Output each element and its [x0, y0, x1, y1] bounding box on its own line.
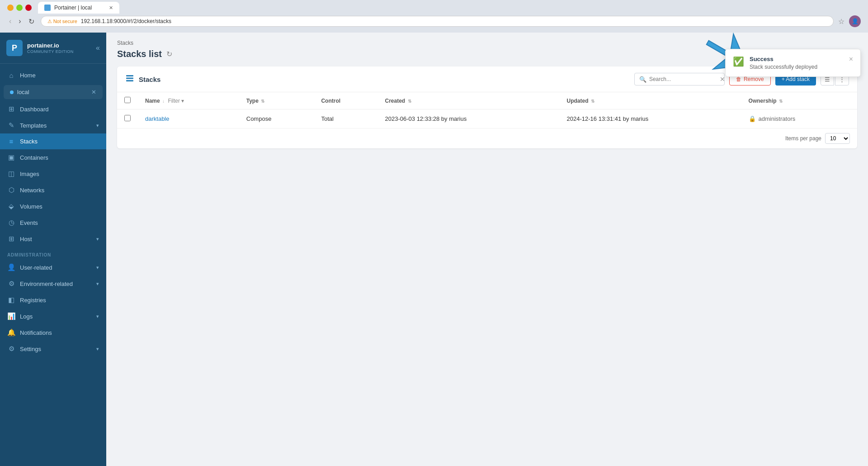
- sidebar-item-volumes[interactable]: ⬙ Volumes: [0, 198, 106, 214]
- main-content: Stacks Stacks list ↻ Stacks: [106, 33, 868, 466]
- toast-close-btn[interactable]: ×: [849, 56, 853, 63]
- toast-title: Success: [750, 56, 844, 62]
- toast-notification: ✅ Success Stack successfully deployed ×: [725, 49, 861, 77]
- row-updated-cell: 2024-12-16 13:31:41 by marius: [560, 109, 741, 128]
- sidebar-item-label: Volumes: [20, 203, 99, 210]
- select-all-cell[interactable]: [117, 92, 138, 109]
- sidebar-item-label: Images: [20, 171, 99, 177]
- sidebar-item-label: Networks: [20, 187, 99, 194]
- pagination-area: Items per page 10 25 50 100: [117, 128, 857, 148]
- row-ownership-cell: 🔒 administrators: [741, 109, 857, 128]
- back-btn[interactable]: ‹: [7, 16, 13, 26]
- dashboard-icon: ⊞: [7, 105, 15, 113]
- sidebar-item-environment-related[interactable]: ⚙ Environment-related ▾: [0, 276, 106, 292]
- filter-name-btn[interactable]: Filter ▾: [168, 98, 184, 104]
- sidebar: P portainer.io COMMUNITY EDITION « ⌂ Hom…: [0, 33, 106, 466]
- row-created-cell: 2023-06-03 12:33:28 by marius: [378, 109, 560, 128]
- stacks-table-container: Name ↓ Filter ▾ Type ⇅ Control: [117, 92, 857, 148]
- sidebar-item-events[interactable]: ◷ Events: [0, 214, 106, 231]
- sidebar-item-label: Environment-related: [20, 281, 92, 287]
- stacks-panel: Stacks 🔍 ✕ 🗑 Remove + Add stack: [117, 67, 857, 148]
- chevron-down-icon: ▾: [96, 236, 99, 242]
- bookmark-btn[interactable]: ☆: [838, 17, 844, 26]
- toast-message: Stack successfully deployed: [750, 64, 844, 70]
- logo-text-area: portainer.io COMMUNITY EDITION: [27, 42, 74, 54]
- logo-text: portainer.io: [27, 42, 74, 49]
- env-name-label: local: [17, 89, 29, 95]
- volumes-icon: ⬙: [7, 202, 15, 210]
- sort-updated-icon[interactable]: ⇅: [591, 99, 594, 104]
- containers-icon: ▣: [7, 153, 15, 162]
- profile-avatar[interactable]: 👤: [849, 15, 861, 27]
- app-layout: P portainer.io COMMUNITY EDITION « ⌂ Hom…: [0, 33, 868, 466]
- sidebar-header: P portainer.io COMMUNITY EDITION «: [0, 33, 106, 64]
- chevron-down-icon: ▾: [96, 346, 99, 352]
- sidebar-item-registries[interactable]: ◧ Registries: [0, 292, 106, 308]
- col-type: Type ⇅: [239, 92, 314, 109]
- images-icon: ◫: [7, 170, 15, 178]
- env-status-dot: [10, 90, 14, 94]
- sidebar-item-label: Containers: [20, 154, 99, 161]
- sidebar-item-networks[interactable]: ⬡ Networks: [0, 182, 106, 198]
- row-type-cell: Compose: [239, 109, 314, 128]
- sidebar-item-label: Events: [20, 219, 99, 226]
- row-control-cell: Total: [314, 109, 377, 128]
- notifications-icon: 🔔: [7, 328, 15, 337]
- col-updated: Updated ⇅: [560, 92, 741, 109]
- settings-icon: ⚙: [7, 345, 15, 353]
- browser-chrome: Portainer | local ✕ ‹ › ↻ ⚠ Not secure 1…: [0, 0, 868, 33]
- tab-close-btn[interactable]: ✕: [109, 5, 113, 11]
- table-header: Name ↓ Filter ▾ Type ⇅ Control: [117, 92, 857, 109]
- sidebar-item-containers[interactable]: ▣ Containers: [0, 149, 106, 166]
- stacks-panel-icon: [125, 74, 134, 85]
- nav-buttons: ‹ › ↻: [7, 16, 36, 27]
- reload-btn[interactable]: ↻: [27, 16, 36, 27]
- env-close-btn[interactable]: ✕: [91, 89, 96, 95]
- toast-content: Success Stack successfully deployed: [750, 56, 844, 70]
- refresh-btn[interactable]: ↻: [166, 50, 172, 58]
- minimize-btn[interactable]: [7, 5, 14, 11]
- sidebar-item-logs[interactable]: 📊 Logs ▾: [0, 308, 106, 324]
- items-per-page-select[interactable]: 10 25 50 100: [825, 133, 850, 144]
- sidebar-item-host[interactable]: ⊞ Host ▾: [0, 231, 106, 247]
- lock-icon: 🔒: [749, 115, 756, 122]
- select-all-checkbox[interactable]: [124, 97, 131, 103]
- events-icon: ◷: [7, 219, 15, 227]
- chevron-down-icon: ▾: [96, 314, 99, 319]
- logo-area: P portainer.io COMMUNITY EDITION: [6, 40, 74, 56]
- sidebar-item-label: User-related: [20, 264, 92, 271]
- home-icon: ⌂: [7, 71, 15, 79]
- sidebar-item-stacks[interactable]: ≡ Stacks: [0, 133, 106, 149]
- networks-icon: ⬡: [7, 186, 15, 194]
- logs-icon: 📊: [7, 312, 15, 320]
- sort-type-icon[interactable]: ⇅: [261, 99, 264, 104]
- row-checkbox-cell[interactable]: [117, 109, 138, 128]
- sidebar-item-images[interactable]: ◫ Images: [0, 166, 106, 182]
- sort-name-icon[interactable]: ↓: [162, 99, 165, 104]
- stack-name-link[interactable]: darktable: [145, 115, 169, 122]
- close-btn[interactable]: [25, 5, 32, 11]
- page-title: Stacks list: [117, 49, 162, 59]
- tab-title: Portainer | local: [54, 5, 92, 11]
- chevron-down-icon: ▾: [96, 123, 99, 128]
- sidebar-item-settings[interactable]: ⚙ Settings ▾: [0, 341, 106, 357]
- search-input[interactable]: [649, 76, 717, 82]
- sidebar-item-home[interactable]: ⌂ Home: [0, 67, 106, 83]
- logo-sub: COMMUNITY EDITION: [27, 49, 74, 54]
- active-tab[interactable]: Portainer | local ✕: [38, 2, 119, 14]
- forward-btn[interactable]: ›: [17, 16, 23, 26]
- sidebar-item-user-related[interactable]: 👤 User-related ▾: [0, 259, 106, 276]
- maximize-btn[interactable]: [16, 5, 23, 11]
- sidebar-item-templates[interactable]: ✎ Templates ▾: [0, 117, 106, 133]
- sidebar-collapse-btn[interactable]: «: [96, 44, 100, 52]
- address-bar: ‹ › ↻ ⚠ Not secure 192.168.1.18:9000/#!/…: [0, 14, 868, 29]
- search-icon: 🔍: [639, 76, 646, 83]
- sort-ownership-icon[interactable]: ⇅: [779, 99, 783, 104]
- env-badge[interactable]: local ✕: [4, 85, 103, 99]
- svg-rect-0: [126, 75, 133, 76]
- sidebar-item-notifications[interactable]: 🔔 Notifications: [0, 324, 106, 341]
- url-text: 192.168.1.18:9000/#!/2/docker/stacks: [81, 18, 171, 24]
- sort-created-icon[interactable]: ⇅: [408, 99, 411, 104]
- sidebar-item-dashboard[interactable]: ⊞ Dashboard: [0, 101, 106, 117]
- row-checkbox[interactable]: [124, 115, 131, 121]
